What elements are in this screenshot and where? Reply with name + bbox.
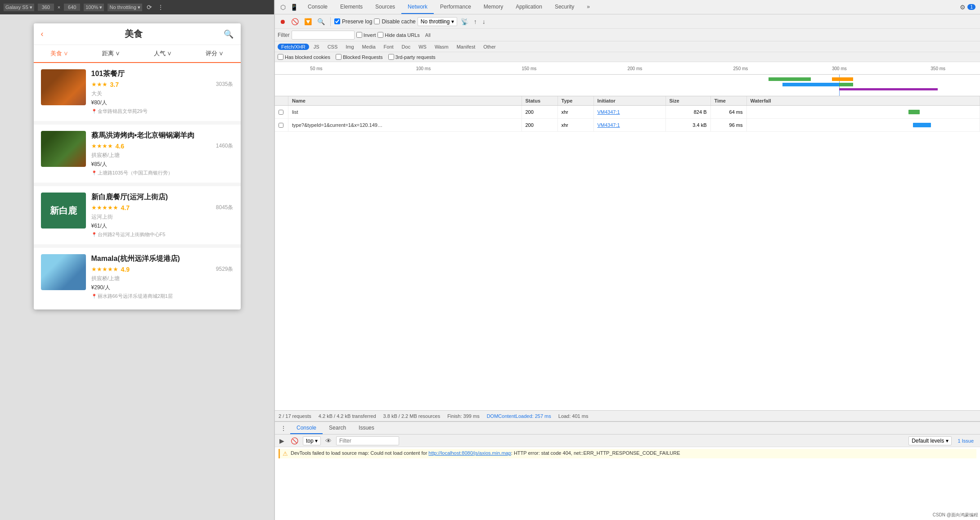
hide-data-urls-label[interactable]: Hide data URLs — [378, 32, 420, 38]
blocked-filters-bar: Has blocked cookies Blocked Requests 3rd… — [275, 52, 980, 62]
filter-distance[interactable]: 距离 ∨ — [85, 45, 137, 62]
throttle-selector[interactable]: No throttling ▾ — [108, 4, 142, 11]
preserve-log-checkbox[interactable] — [334, 18, 340, 24]
filter-popularity[interactable]: 人气 ∨ — [137, 45, 189, 62]
th-name[interactable]: Name — [288, 96, 522, 105]
console-filter-input[interactable] — [336, 436, 399, 445]
invert-label[interactable]: Invert — [356, 32, 376, 38]
console-run-icon[interactable]: ▶ — [278, 436, 286, 445]
disable-cache-checkbox[interactable] — [374, 18, 380, 24]
settings-icon[interactable]: ⚙ — [958, 3, 967, 12]
tab-network[interactable]: Network — [401, 0, 434, 14]
app-header: ‹ 美食 🔍 — [34, 23, 241, 45]
preserve-log-label[interactable]: Preserve log — [334, 18, 372, 25]
type-img[interactable]: Img — [342, 44, 357, 50]
row-initiator[interactable]: VM4347:1 — [594, 106, 666, 118]
third-party-label[interactable]: 3rd-party requests — [388, 54, 436, 60]
th-size[interactable]: Size — [666, 96, 711, 105]
filter-food[interactable]: 美食 ∨ — [34, 45, 85, 63]
left-panel: Galaxy S5 ▾ × 100% ▾ No throttling ▾ ⟳ ⋮… — [0, 0, 274, 520]
record-button[interactable]: ⏺ — [278, 17, 288, 26]
default-levels-dropdown[interactable]: Default levels ▾ — [908, 436, 951, 445]
upload-icon[interactable]: ↑ — [472, 17, 479, 26]
disable-cache-label[interactable]: Disable cache — [374, 18, 415, 25]
blocked-requests-checkbox[interactable] — [336, 54, 342, 60]
type-ws[interactable]: WS — [415, 44, 430, 50]
type-manifest[interactable]: Manifest — [453, 44, 479, 50]
type-wasm[interactable]: Wasm — [431, 44, 452, 50]
row-checkbox[interactable] — [275, 106, 288, 118]
blocked-requests-label[interactable]: Blocked Requests — [336, 54, 383, 60]
price: ¥61/人 — [91, 222, 234, 230]
type-media[interactable]: Media — [359, 44, 379, 50]
tab-more[interactable]: » — [580, 0, 596, 14]
type-other[interactable]: Other — [480, 44, 499, 50]
tab-memory[interactable]: Memory — [477, 0, 509, 14]
type-fetch-xhr[interactable]: Fetch/XHR — [278, 44, 309, 50]
tab-security[interactable]: Security — [548, 0, 580, 14]
stars: ★★★★★ — [91, 204, 118, 211]
restaurant-card[interactable]: 蔡馬洪涛烤肉•老北京铜锅涮羊肉 ★★★★ 4.6 1460条 拱宸桥/上塘 ¥8… — [34, 125, 241, 183]
all-filter-btn[interactable]: All — [422, 32, 434, 38]
type-doc[interactable]: Doc — [398, 44, 414, 50]
row-initiator[interactable]: VM4347:1 — [594, 119, 666, 131]
device-label: Galaxy S5 — [5, 4, 28, 10]
price: ¥85/人 — [91, 161, 234, 168]
tab-issues-bottom[interactable]: Issues — [352, 422, 381, 434]
width-input[interactable] — [38, 4, 54, 11]
type-js[interactable]: JS — [310, 44, 323, 50]
tab-performance[interactable]: Performance — [434, 0, 477, 14]
th-waterfall[interactable]: Waterfall — [747, 96, 980, 105]
table-row[interactable]: type?&typeId=1&current=1&x=120.149… 200 … — [275, 119, 980, 132]
has-blocked-cookies-checkbox[interactable] — [278, 54, 283, 60]
more-options-icon[interactable]: ⋮ — [157, 3, 165, 12]
third-party-checkbox[interactable] — [388, 54, 394, 60]
device-selector[interactable]: Galaxy S5 ▾ — [4, 4, 34, 11]
address: 丽水路66号远洋乐堤港商城2期1层 — [91, 293, 234, 300]
bottom-panel-icon[interactable]: ⋮ — [279, 424, 288, 433]
rotate-icon[interactable]: ⟳ — [146, 3, 153, 12]
tab-sources[interactable]: Sources — [369, 0, 401, 14]
invert-checkbox[interactable] — [356, 32, 362, 38]
has-blocked-cookies-label[interactable]: Has blocked cookies — [278, 54, 330, 60]
filter-input[interactable] — [292, 31, 355, 40]
download-icon[interactable]: ↓ — [481, 17, 487, 26]
devtools-device-icon[interactable]: 📱 — [288, 3, 300, 12]
restaurant-card[interactable]: 101茶餐厅 ★★★ 3.7 3035条 大关 ¥80/人 金华路锦昌文华苑29… — [34, 63, 241, 121]
tab-console-bottom[interactable]: Console — [290, 422, 323, 434]
th-status[interactable]: Status — [522, 96, 558, 105]
table-row[interactable]: list 200 xhr VM4347:1 824 B 64 ms — [275, 106, 980, 119]
tick-200ms: 200 ms — [628, 66, 643, 71]
devtools-inspect-icon[interactable]: ⬡ — [279, 3, 288, 12]
clear-button[interactable]: 🚫 — [289, 17, 301, 26]
tab-elements[interactable]: Elements — [334, 0, 369, 14]
search-button[interactable]: 🔍 — [315, 17, 327, 26]
tab-search-bottom[interactable]: Search — [323, 422, 352, 434]
restaurant-info: 101茶餐厅 ★★★ 3.7 3035条 大关 ¥80/人 金华路锦昌文华苑29… — [91, 69, 234, 115]
error-link[interactable]: http://localhost:8080/js/axios.min.map — [428, 450, 511, 456]
search-button[interactable]: 🔍 — [224, 29, 234, 39]
throttle-dropdown[interactable]: No throttling ▾ — [418, 17, 457, 26]
restaurant-card[interactable]: 新白鹿 新白鹿餐厅(运河上街店) ★★★★★ 4.7 8045条 运河上街 ¥6… — [34, 186, 241, 244]
row-checkbox[interactable] — [275, 119, 288, 131]
tab-console[interactable]: Console — [301, 0, 334, 14]
hide-data-urls-checkbox[interactable] — [378, 32, 383, 38]
th-time[interactable]: Time — [711, 96, 747, 105]
eye-icon[interactable]: 👁 — [324, 436, 333, 445]
filter-toggle-button[interactable]: 🔽 — [302, 17, 314, 26]
type-font[interactable]: Font — [380, 44, 397, 50]
console-stop-icon[interactable]: 🚫 — [289, 436, 300, 445]
height-input[interactable] — [64, 4, 80, 11]
th-type[interactable]: Type — [558, 96, 594, 105]
th-initiator[interactable]: Initiator — [594, 96, 666, 105]
type-css[interactable]: CSS — [324, 44, 342, 50]
offline-icon[interactable]: 📡 — [459, 17, 470, 26]
app-title: 美食 — [44, 28, 224, 40]
top-selector[interactable]: top ▾ — [303, 436, 321, 445]
restaurant-image: 新白鹿 — [41, 193, 86, 229]
filter-rating[interactable]: 评分 ∨ — [189, 45, 241, 62]
restaurant-card[interactable]: Mamala(杭州远洋乐堤港店) ★★★★★ 4.9 9529条 拱宸桥/上塘 … — [34, 248, 241, 306]
zoom-selector[interactable]: 100% ▾ — [84, 4, 104, 11]
tab-application[interactable]: Application — [509, 0, 548, 14]
dom-content-loaded: DOMContentLoaded: 257 ms — [487, 413, 551, 419]
